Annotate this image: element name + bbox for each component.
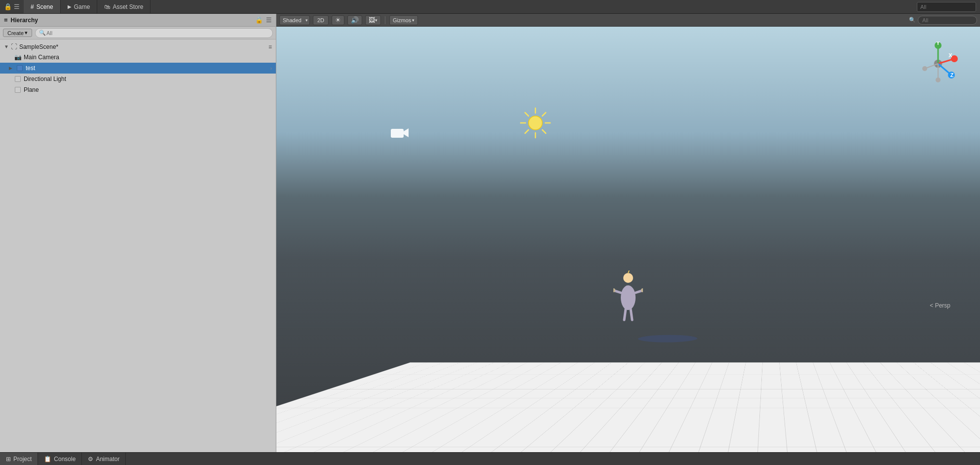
2d-label: 2D	[317, 17, 324, 23]
top-search-input[interactable]	[917, 2, 976, 12]
main-camera-label: Main Camera	[24, 54, 59, 61]
directional-light-label: Directional Light	[24, 76, 66, 82]
gizmos-button[interactable]: Gizmos ▾	[389, 15, 418, 25]
scene-search-area: 🔍	[909, 16, 977, 25]
svg-line-19	[628, 271, 629, 273]
lock-icon[interactable]: 🔒	[4, 3, 12, 10]
scene-collapse-arrow[interactable]: ▼	[4, 44, 9, 49]
hierarchy-scene-row[interactable]: ▼ ⛶ SampleScene* ≡	[0, 41, 276, 52]
main-area: ≡ Hierarchy 🔒 ☰ Create ▾ 🔍 ▼ ⛶ Sa	[0, 14, 980, 452]
plane-label: Plane	[24, 86, 39, 93]
svg-line-5	[525, 113, 528, 116]
bottom-tab-project[interactable]: ⊞ Project	[0, 453, 38, 465]
toolbar-separator	[385, 16, 385, 24]
asset-store-tab-label: Asset Store	[113, 3, 143, 10]
scene-object-icon: ⛶	[11, 43, 17, 50]
svg-rect-9	[391, 129, 404, 138]
scene-area: Shaded 2D ☀ 🔊 🖼 ▾ Gizmos ▾ 🔍	[276, 14, 980, 452]
tab-asset-store[interactable]: 🛍 Asset Store	[97, 0, 151, 13]
scene-menu-icons: ≡	[268, 43, 272, 50]
hierarchy-panel-header: ≡ Hierarchy 🔒 ☰	[0, 14, 276, 27]
svg-text:Y: Y	[936, 41, 940, 46]
scene-floor-grid	[276, 362, 980, 452]
create-arrow-icon: ▾	[25, 30, 28, 36]
audio-icon: 🔊	[351, 16, 359, 24]
project-icon: ⊞	[6, 456, 11, 463]
console-icon: 📋	[44, 456, 51, 463]
svg-line-17	[624, 309, 626, 320]
shading-dropdown-wrap: Shaded	[279, 15, 310, 25]
hierarchy-item-main-camera[interactable]: 📷 Main Camera	[0, 52, 276, 63]
effects-icon: 🖼	[369, 16, 375, 24]
project-tab-label: Project	[13, 456, 32, 463]
test-chevron-right-icon: ›	[270, 66, 272, 71]
tab-game[interactable]: ▶ Game	[61, 0, 98, 13]
test-expand-arrow[interactable]: ▶	[7, 65, 14, 72]
scene-toolbar: Shaded 2D ☀ 🔊 🖼 ▾ Gizmos ▾ 🔍	[276, 14, 980, 27]
menu-icon[interactable]: ☰	[14, 3, 20, 10]
hierarchy-menu-icon[interactable]: ≡	[4, 16, 8, 24]
svg-point-0	[528, 116, 542, 130]
gizmos-label: Gizmos	[393, 17, 411, 23]
game-tab-label: Game	[74, 3, 90, 10]
2d-button[interactable]: 2D	[313, 15, 329, 25]
effects-arrow-icon: ▾	[375, 18, 377, 23]
directional-light-icon	[14, 75, 22, 83]
hierarchy-item-plane[interactable]: Plane	[0, 84, 276, 95]
hierarchy-lock-area: 🔒 ☰	[0, 3, 24, 10]
character-shadow	[637, 335, 699, 343]
lighting-toggle-button[interactable]: ☀	[332, 15, 344, 25]
svg-point-12	[621, 285, 636, 310]
svg-text:X: X	[948, 52, 952, 58]
scene-search-input[interactable]	[918, 16, 977, 25]
hierarchy-title: Hierarchy	[11, 17, 38, 24]
svg-line-18	[631, 309, 632, 320]
bottom-tab-bar: ⊞ Project 📋 Console ⚙ Animator	[0, 452, 980, 465]
scene-name-label: SampleScene*	[19, 43, 58, 50]
animator-icon: ⚙	[88, 456, 93, 463]
bottom-tab-console[interactable]: 📋 Console	[38, 453, 82, 465]
hierarchy-item-directional-light[interactable]: Directional Light	[0, 74, 276, 84]
bottom-tab-animator[interactable]: ⚙ Animator	[82, 453, 126, 465]
shading-dropdown[interactable]: Shaded	[279, 15, 310, 25]
svg-point-28	[922, 66, 927, 71]
svg-text:Z: Z	[950, 72, 954, 78]
svg-point-11	[623, 273, 633, 283]
svg-line-6	[542, 130, 546, 133]
svg-marker-10	[404, 128, 409, 137]
top-search-area	[917, 2, 980, 12]
audio-toggle-button[interactable]: 🔊	[347, 15, 362, 25]
gizmos-arrow-icon: ▾	[412, 18, 415, 23]
hierarchy-content: ▼ ⛶ SampleScene* ≡ 📷 Main Camera ▶ test …	[0, 39, 276, 452]
hierarchy-lock-icon[interactable]: 🔒	[255, 16, 263, 24]
test-label: test	[26, 65, 35, 72]
scene-camera-object-icon	[390, 125, 410, 144]
scene-hash-icon: #	[31, 3, 34, 10]
top-tab-bar: 🔒 ☰ # Scene ▶ Game 🛍 Asset Store	[0, 0, 980, 14]
search-magnifier-icon: 🔍	[39, 30, 46, 36]
directional-light-sun-icon	[518, 106, 553, 140]
hierarchy-header-icons: 🔒 ☰	[255, 16, 272, 24]
animator-tab-label: Animator	[96, 456, 119, 463]
gizmo-axes-widget[interactable]: X Y Z	[916, 41, 960, 86]
sun-lighting-icon: ☀	[335, 16, 341, 24]
hierarchy-panel: ≡ Hierarchy 🔒 ☰ Create ▾ 🔍 ▼ ⛶ Sa	[0, 14, 276, 452]
create-label: Create	[7, 30, 24, 36]
plane-icon	[14, 86, 22, 94]
hierarchy-options-icon[interactable]: ☰	[266, 16, 272, 24]
persp-label[interactable]: < Persp	[930, 302, 950, 309]
console-tab-label: Console	[54, 456, 75, 463]
create-button[interactable]: Create ▾	[3, 29, 32, 37]
hierarchy-toolbar: Create ▾ 🔍	[0, 27, 276, 39]
hierarchy-search-input[interactable]	[35, 28, 273, 38]
scene-viewport[interactable]: < Persp	[276, 27, 980, 452]
asset-store-icon: 🛍	[104, 3, 110, 10]
scene-menu-icon[interactable]: ≡	[268, 43, 272, 50]
svg-line-7	[542, 113, 546, 116]
scene-search-magnifier-icon: 🔍	[909, 17, 916, 23]
effects-toggle-button[interactable]: 🖼 ▾	[365, 15, 381, 25]
hierarchy-item-test[interactable]: ▶ test ›	[0, 63, 276, 74]
tab-scene[interactable]: # Scene	[24, 0, 61, 13]
game-icon: ▶	[68, 4, 72, 9]
character-figure	[613, 271, 643, 336]
